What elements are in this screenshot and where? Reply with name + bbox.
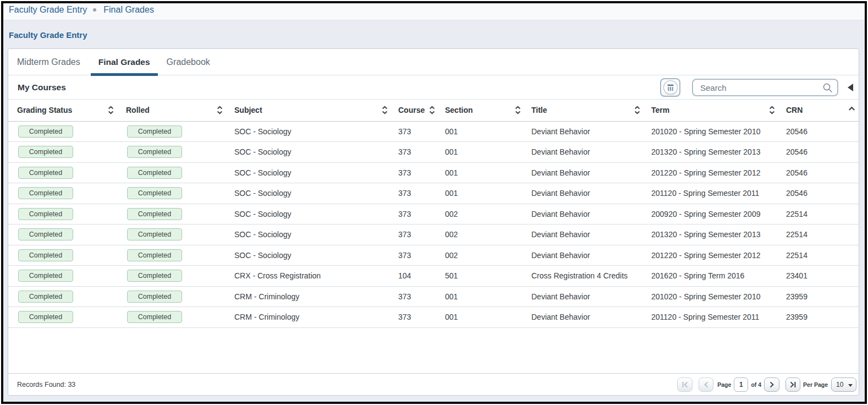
search-input[interactable] [692, 79, 838, 96]
table-row[interactable]: Completed Completed SOC - Sociology 373 … [8, 162, 859, 183]
sort-ascending-icon[interactable] [848, 106, 855, 111]
cell-course: 373 [391, 162, 438, 183]
column-header-subject[interactable]: Subject [226, 100, 391, 121]
cell-title: Deviant Behavior [524, 183, 644, 204]
cell-subject: SOC - Sociology [226, 225, 391, 245]
institution-icon [663, 80, 678, 95]
cell-course: 373 [391, 142, 438, 163]
cell-section: 001 [438, 307, 524, 328]
table-row[interactable]: Completed Completed SOC - Sociology 373 … [8, 245, 859, 266]
cell-term: 201320 - Spring Semester 2013 [644, 142, 778, 163]
cell-section: 001 [438, 286, 524, 307]
rolled-badge: Completed [127, 146, 182, 158]
grading-status-badge: Completed [18, 311, 73, 323]
cell-crn: 20546 [778, 183, 859, 204]
breadcrumb-current-final-grades[interactable]: Final Grades [103, 5, 154, 15]
next-page-icon [769, 381, 774, 388]
rolled-badge: Completed [127, 125, 182, 138]
grading-status-badge: Completed [18, 249, 73, 261]
page-number-input[interactable] [734, 377, 748, 392]
sort-both-icon[interactable] [515, 106, 521, 114]
cell-term: 201020 - Spring Semester 2010 [644, 286, 778, 307]
column-header-grading-status[interactable]: Grading Status [8, 100, 117, 121]
table-row[interactable]: Completed Completed SOC - Sociology 373 … [8, 183, 859, 204]
table-row[interactable]: Completed Completed CRX - Cross Registra… [8, 266, 859, 287]
tab-gradebook[interactable]: Gradebook [167, 49, 210, 75]
rolled-badge: Completed [127, 228, 182, 240]
grading-status-badge: Completed [18, 187, 73, 199]
grading-status-badge: Completed [18, 228, 73, 240]
cell-subject: CRM - Criminology [226, 307, 391, 328]
cell-term: 201120 - Spring Semester 2011 [644, 307, 778, 328]
app-window: Faculty Grade Entry Final Grades Faculty… [1, 1, 867, 404]
cell-title: Deviant Behavior [524, 142, 644, 163]
column-header-course[interactable]: Course [391, 100, 438, 121]
cell-crn: 20546 [778, 162, 859, 183]
cell-crn: 22514 [778, 225, 859, 245]
breadcrumb-separator-dot-icon [93, 8, 96, 12]
sort-both-icon[interactable] [108, 106, 114, 114]
previous-page-button[interactable] [699, 377, 714, 392]
grading-status-badge: Completed [18, 125, 73, 138]
table-row[interactable]: Completed Completed SOC - Sociology 373 … [8, 121, 859, 142]
cell-title: Deviant Behavior [524, 225, 644, 245]
cell-term: 201620 - Spring Term 2016 [644, 266, 778, 287]
grading-status-badge: Completed [18, 146, 73, 158]
my-courses-toolbar: My Courses [8, 75, 859, 100]
column-header-rolled[interactable]: Rolled [117, 100, 226, 121]
table-row[interactable]: Completed Completed SOC - Sociology 373 … [8, 225, 859, 245]
cell-section: 002 [438, 204, 524, 225]
table-row[interactable]: Completed Completed CRM - Criminology 37… [8, 286, 859, 307]
courses-table: Grading Status Rolled Subj [8, 100, 859, 328]
table-row[interactable]: Completed Completed SOC - Sociology 373 … [8, 204, 859, 225]
rolled-badge: Completed [127, 167, 182, 179]
table-row[interactable]: Completed Completed SOC - Sociology 373 … [8, 142, 859, 163]
cell-term: 201220 - Spring Semester 2012 [644, 162, 778, 183]
cell-term: 201220 - Spring Semester 2012 [644, 245, 778, 266]
cell-subject: SOC - Sociology [226, 183, 391, 204]
cell-title: Deviant Behavior [524, 121, 644, 142]
cell-title: Deviant Behavior [524, 245, 644, 266]
table-header-row: Grading Status Rolled Subj [8, 100, 859, 121]
column-header-title[interactable]: Title [524, 100, 644, 121]
last-page-button[interactable] [785, 377, 801, 392]
rolled-badge: Completed [127, 249, 182, 261]
breadcrumb-link-faculty-grade-entry[interactable]: Faculty Grade Entry [9, 5, 87, 15]
cell-crn: 23959 [778, 307, 859, 328]
release-tool-button[interactable] [660, 78, 680, 97]
sort-both-icon[interactable] [634, 106, 640, 114]
cell-crn: 20546 [778, 121, 859, 142]
first-page-icon [682, 381, 689, 388]
per-page-select[interactable]: 10 [831, 377, 856, 392]
grade-entry-panel: Midterm Grades Final Grades Gradebook My… [8, 48, 859, 396]
cell-course: 373 [391, 204, 438, 225]
cell-subject: SOC - Sociology [226, 121, 391, 142]
tab-midterm-grades[interactable]: Midterm Grades [17, 49, 80, 75]
table-row[interactable]: Completed Completed CRM - Criminology 37… [8, 307, 859, 328]
page-title: Faculty Grade Entry [9, 30, 87, 40]
collapse-panel-button[interactable] [844, 79, 856, 96]
cell-term: 200920 - Spring Semester 2009 [644, 204, 778, 225]
tab-bar: Midterm Grades Final Grades Gradebook [8, 49, 859, 75]
next-page-button[interactable] [764, 377, 779, 392]
pagination: Page of 4 Per Page 10 [677, 377, 856, 392]
column-header-section[interactable]: Section [438, 100, 524, 121]
sort-both-icon[interactable] [429, 106, 435, 114]
cell-course: 373 [391, 121, 438, 142]
sort-both-icon[interactable] [769, 106, 775, 114]
sort-both-icon[interactable] [217, 106, 223, 114]
cell-subject: SOC - Sociology [226, 204, 391, 225]
cell-term: 201020 - Spring Semester 2010 [644, 121, 778, 142]
cell-course: 373 [391, 245, 438, 266]
column-header-term[interactable]: Term [644, 100, 778, 121]
cell-subject: SOC - Sociology [226, 162, 391, 183]
cell-crn: 23959 [778, 286, 859, 307]
tab-final-grades[interactable]: Final Grades [98, 49, 150, 75]
first-page-button[interactable] [677, 377, 693, 392]
column-header-crn[interactable]: CRN [778, 100, 859, 121]
sort-both-icon[interactable] [382, 106, 388, 114]
cell-course: 373 [391, 225, 438, 245]
search-box [692, 79, 838, 96]
page-of-label: of 4 [751, 381, 761, 388]
cell-title: Deviant Behavior [524, 286, 644, 307]
